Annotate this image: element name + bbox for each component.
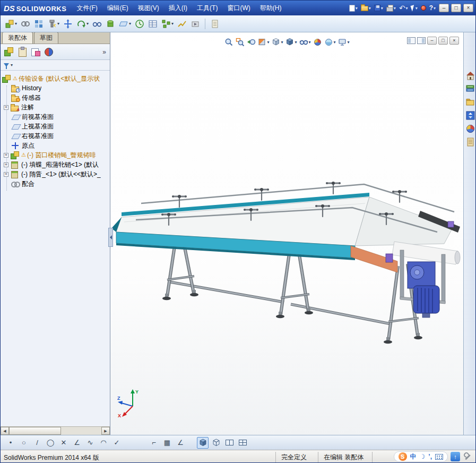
section-view-button[interactable]: ▾ [257,37,270,48]
expand-toggle[interactable]: + [4,162,8,167]
display-manager-icon[interactable] [44,47,54,56]
tree-item-component-3[interactable]: + (-) 隋眚_<1> (默认<<默认>_ [1,169,110,179]
zoom-fit-button[interactable] [223,37,233,48]
ime-chinese-mode-icon[interactable]: 中 [410,452,417,461]
point-tool-button[interactable]: • [5,437,16,449]
chevron-down-icon[interactable]: ▾ [171,21,174,26]
scroll-left-button[interactable]: ◀ [1,427,9,435]
model-canvas[interactable] [110,32,463,435]
save-button[interactable]: ▾ [373,3,384,13]
chevron-down-icon[interactable]: ▾ [356,6,358,11]
bill-of-materials-button[interactable] [147,18,159,30]
document-properties-button[interactable] [209,18,221,30]
angle-snap-button[interactable]: ∠ [175,437,186,449]
tree-item-annotations[interactable]: + A 注解 [1,102,110,112]
chevron-down-icon[interactable]: ▾ [57,21,59,26]
scroll-right-button[interactable]: ▶ [101,427,110,435]
tray-upload-icon[interactable]: ↑ [451,452,460,461]
wireframe-view-button[interactable] [210,437,222,449]
tree-item-component-2[interactable]: + (-) 填蝶_疱蒲牝销<1> (默认 [1,160,110,169]
doc-minimize-button[interactable]: – [427,37,437,45]
undo-button[interactable]: ↶▾ [398,3,409,13]
property-manager-icon[interactable] [18,47,27,56]
chevron-down-icon[interactable]: ▾ [309,40,311,45]
tree-item-origin[interactable]: 原点 [1,141,110,150]
zoom-area-button[interactable] [235,37,245,48]
tree-item-component-1[interactable]: + ⚠ (-) 茵口楼销蝇_瞥规铸啡 [1,150,110,160]
rebuild-button[interactable] [420,3,427,13]
insert-components-button[interactable]: ▾ [4,18,18,30]
menu-file[interactable]: 文件(F) [72,1,102,15]
apply-scene-button[interactable]: ▾ [324,37,336,48]
hide-show-items-button[interactable]: ▾ [299,37,311,48]
viewport-split-button[interactable] [223,437,235,449]
solidworks-resources-icon[interactable] [465,71,475,81]
chevron-down-icon[interactable]: ▾ [295,40,297,45]
mate-button[interactable] [20,18,31,30]
print-button[interactable]: ▾ [385,3,397,13]
custom-properties-icon[interactable] [465,137,475,147]
tree-item-right-plane[interactable]: 右视基准面 [1,131,110,141]
menu-tools[interactable]: 工具(T) [192,1,222,15]
panel-horizontal-scrollbar[interactable]: ◀ ▶ [1,426,110,435]
new-motion-study-button[interactable] [134,18,145,30]
previous-view-button[interactable] [246,37,256,48]
linear-component-pattern-button[interactable] [33,18,45,30]
chevron-down-icon[interactable]: ▾ [281,40,283,45]
panel-collapse-handle[interactable] [108,228,113,247]
close-button[interactable]: × [463,4,473,12]
chevron-down-icon[interactable]: ▾ [11,63,13,67]
chevron-down-icon[interactable]: ▾ [369,6,371,11]
minimize-button[interactable]: – [439,4,449,12]
reference-geometry-button[interactable]: ▾ [118,18,132,30]
tree-item-mates[interactable]: 配合 [1,179,110,188]
ime-punctuation-icon[interactable]: ’, [428,453,432,460]
chevron-down-icon[interactable]: ▾ [406,6,408,11]
filter-icon[interactable] [4,63,9,67]
exploded-view-button[interactable]: ▾ [160,18,175,30]
chevron-down-icon[interactable]: ▾ [434,6,436,11]
circle-tool-button[interactable]: ○ [18,437,30,449]
chevron-down-icon[interactable]: ▾ [86,21,89,26]
selection-frame-button[interactable]: ⌐ [148,437,160,449]
configuration-manager-icon[interactable] [31,47,40,56]
menu-help[interactable]: 帮助(H) [255,1,287,15]
tree-item-sensors[interactable]: 传感器 [1,93,110,102]
spline-tool-button[interactable]: ∿ [84,437,96,449]
chevron-down-icon[interactable]: ▾ [129,21,131,26]
tab-assembly[interactable]: 装配体 [2,32,33,44]
move-component-button[interactable] [62,18,74,30]
chevron-down-icon[interactable]: ▾ [381,6,383,11]
menu-insert[interactable]: 插入(I) [164,1,192,15]
doc-restore-button[interactable]: □ [438,37,448,45]
view-settings-button[interactable]: ▾ [337,37,350,48]
tray-settings-wrench-icon[interactable] [463,452,472,461]
featuremanager-tree-icon[interactable] [4,47,14,56]
scrollbar-thumb[interactable] [9,427,61,435]
line-tool-button[interactable]: / [31,437,43,449]
shaded-view-button[interactable] [197,437,209,449]
chevron-down-icon[interactable]: ▾ [15,21,17,26]
menu-edit[interactable]: 编辑(E) [102,1,133,15]
ok-tool-button[interactable]: ✓ [111,437,123,449]
tree-item-top-plane[interactable]: 上视基准面 [1,122,110,131]
tab-sketch[interactable]: 草图 [34,32,58,44]
chevron-down-icon[interactable]: ▾ [394,6,396,11]
edit-appearance-button[interactable] [313,37,323,48]
view-palette-icon[interactable] [465,110,475,121]
display-style-button[interactable]: ▾ [284,37,297,48]
expand-toggle[interactable]: + [4,153,8,158]
expand-toggle[interactable]: + [4,105,8,110]
ime-soft-keyboard-icon[interactable] [435,454,443,460]
arc-tool-button[interactable]: ◠ [98,437,109,449]
show-hidden-components-button[interactable] [91,18,103,30]
simulation-button[interactable] [189,18,201,30]
taskpane-toggle-icon[interactable] [417,37,426,44]
new-document-button[interactable]: ▾ [348,3,359,13]
viewport-grid-button[interactable] [237,437,248,449]
select-button[interactable]: ▾ [410,3,419,13]
scrollbar-track[interactable] [9,427,101,435]
panel-more-chevron[interactable]: » [102,48,106,56]
menu-view[interactable]: 视图(V) [133,1,164,15]
appearances-scenes-icon[interactable] [465,124,475,134]
